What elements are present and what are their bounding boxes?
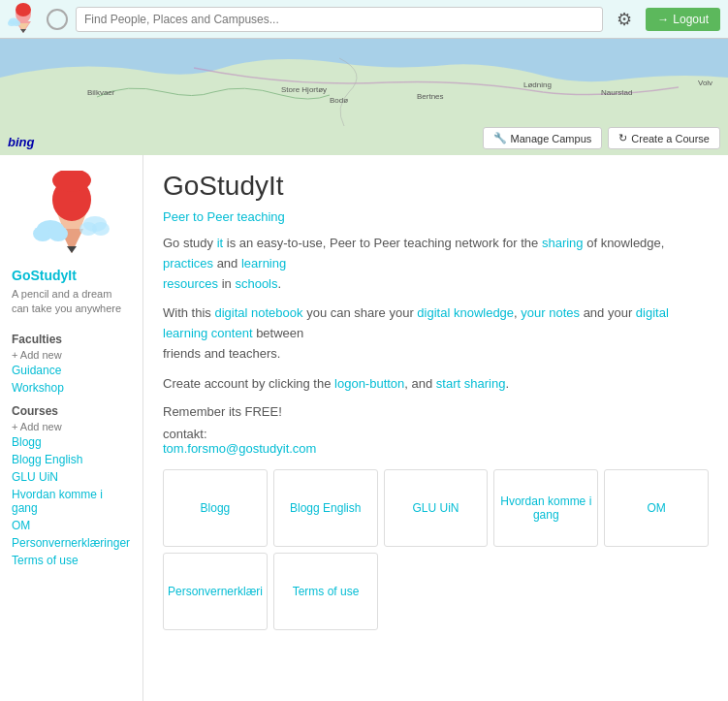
- para1: Go study it is an easy-to-use, Peer to P…: [163, 234, 709, 294]
- map-buttons: 🔧 Manage Campus ↻ Create a Course: [483, 127, 721, 149]
- svg-text:Bertnes: Bertnes: [417, 92, 444, 101]
- search-input[interactable]: [76, 7, 603, 32]
- svg-point-23: [48, 226, 68, 241]
- manage-campus-button[interactable]: 🔧 Manage Campus: [483, 127, 603, 149]
- sidebar-item-hvordan[interactable]: Hvordan komme i gang: [0, 486, 142, 517]
- svg-point-4: [16, 3, 31, 16]
- svg-text:Bodø: Bodø: [330, 96, 348, 105]
- sidebar-logo: [0, 163, 142, 266]
- sidebar-title[interactable]: GoStudyIt: [0, 266, 142, 285]
- sidebar-item-personvern[interactable]: Personvernerklæringer: [0, 534, 142, 552]
- sidebar-tagline: A pencil and a dream can take you anywhe…: [0, 285, 142, 325]
- card-hvordan[interactable]: Hvordan komme i gang: [493, 469, 598, 547]
- svg-text:Naurstad: Naurstad: [601, 88, 632, 97]
- courses-add-new[interactable]: + Add new: [0, 420, 142, 433]
- svg-point-7: [13, 20, 20, 26]
- logout-button[interactable]: → Logout: [646, 8, 720, 31]
- card-om[interactable]: OM: [604, 469, 709, 547]
- app-logo: [8, 2, 39, 36]
- map-area: Bilkvaer Store Hjortøy Bodø Bertnes Lødn…: [0, 39, 728, 155]
- contact-label: contakt:: [163, 427, 207, 441]
- gear-button[interactable]: ⚙: [611, 6, 638, 33]
- card-personvern[interactable]: Personvernerklæri: [163, 553, 268, 630]
- content-area: GoStudyIt Peer to Peer teaching Go study…: [143, 155, 728, 701]
- bing-logo: bing: [8, 135, 34, 149]
- svg-marker-18: [67, 246, 77, 253]
- svg-text:Volv: Volv: [698, 79, 712, 87]
- sidebar-item-blogg[interactable]: Blogg: [0, 433, 142, 451]
- sidebar-item-workshop[interactable]: Workshop: [0, 379, 142, 397]
- svg-marker-3: [20, 29, 26, 33]
- sidebar-item-glu-uin[interactable]: GLU UiN: [0, 468, 142, 486]
- faculties-section: Faculties: [0, 325, 142, 348]
- svg-text:Lødning: Lødning: [523, 80, 552, 89]
- create-icon: ↻: [618, 132, 627, 144]
- courses-section: Courses: [0, 397, 142, 420]
- contact-email: tom.forsmo@gostudyit.com: [163, 441, 316, 456]
- wrench-icon: 🔧: [493, 132, 507, 144]
- svg-point-26: [92, 222, 110, 236]
- header: ⚙ → Logout: [0, 0, 728, 39]
- circle-indicator: [47, 9, 68, 30]
- main-layout: GoStudyIt A pencil and a dream can take …: [0, 155, 728, 701]
- sidebar-item-om[interactable]: OM: [0, 517, 142, 534]
- svg-text:Store Hjortøy: Store Hjortøy: [281, 85, 327, 94]
- sidebar-item-terms[interactable]: Terms of use: [0, 552, 142, 569]
- sidebar: GoStudyIt A pencil and a dream can take …: [0, 155, 143, 701]
- card-blogg[interactable]: Blogg: [163, 469, 268, 547]
- cards-row-1: Blogg Blogg English GLU UiN Hvordan komm…: [163, 469, 709, 547]
- create-course-button[interactable]: ↻ Create a Course: [608, 127, 720, 149]
- logout-label: Logout: [673, 13, 709, 26]
- card-terms[interactable]: Terms of use: [273, 553, 378, 630]
- cards-row-2: Personvernerklæri Terms of use: [163, 553, 709, 630]
- remember-text: Remember its FREE!: [163, 404, 709, 419]
- manage-campus-label: Manage Campus: [511, 133, 592, 144]
- page-title: GoStudyIt: [163, 171, 709, 202]
- sidebar-item-guidance[interactable]: Guidance: [0, 362, 142, 379]
- sidebar-item-blogg-english[interactable]: Blogg English: [0, 451, 142, 468]
- bing-label: bing: [8, 135, 34, 149]
- create-course-label: Create a Course: [631, 133, 710, 144]
- para2: With this digital notebook you can share…: [163, 303, 709, 364]
- card-glu-uin[interactable]: GLU UiN: [384, 469, 489, 547]
- svg-text:Bilkvaer: Bilkvaer: [87, 88, 115, 97]
- card-blogg-english[interactable]: Blogg English: [273, 469, 378, 547]
- subtitle: Peer to Peer teaching: [163, 209, 709, 224]
- contact-block: contakt: tom.forsmo@gostudyit.com: [163, 427, 709, 456]
- faculties-add-new[interactable]: + Add new: [0, 348, 142, 362]
- para3: Create account by clicking the logon-but…: [163, 374, 709, 395]
- logout-arrow-icon: →: [657, 13, 669, 26]
